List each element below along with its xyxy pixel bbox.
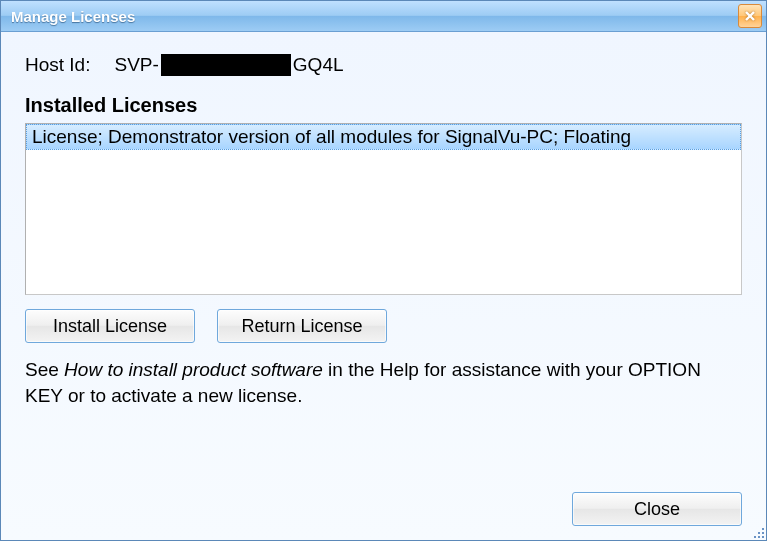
license-listbox[interactable]: License; Demonstrator version of all mod… [25, 123, 742, 295]
license-item[interactable]: License; Demonstrator version of all mod… [26, 124, 741, 150]
help-text: See How to install product software in t… [25, 357, 742, 408]
installed-licenses-heading: Installed Licenses [25, 94, 742, 117]
dialog-body: Host Id: SVP- GQ4L Installed Licenses Li… [1, 32, 766, 540]
resize-grip[interactable] [750, 524, 764, 538]
window-title: Manage Licenses [11, 8, 135, 25]
action-button-row: Install License Return License [25, 309, 742, 343]
install-license-button[interactable]: Install License [25, 309, 195, 343]
return-license-button[interactable]: Return License [217, 309, 387, 343]
close-icon[interactable] [738, 4, 762, 28]
close-button[interactable]: Close [572, 492, 742, 526]
footer-row: Close [25, 480, 742, 526]
host-id-value: SVP- GQ4L [114, 54, 343, 76]
host-id-row: Host Id: SVP- GQ4L [25, 54, 742, 76]
manage-licenses-window: Manage Licenses Host Id: SVP- GQ4L Insta… [0, 0, 767, 541]
redacted-block [161, 54, 291, 76]
host-id-label: Host Id: [25, 54, 90, 76]
titlebar: Manage Licenses [1, 1, 766, 32]
